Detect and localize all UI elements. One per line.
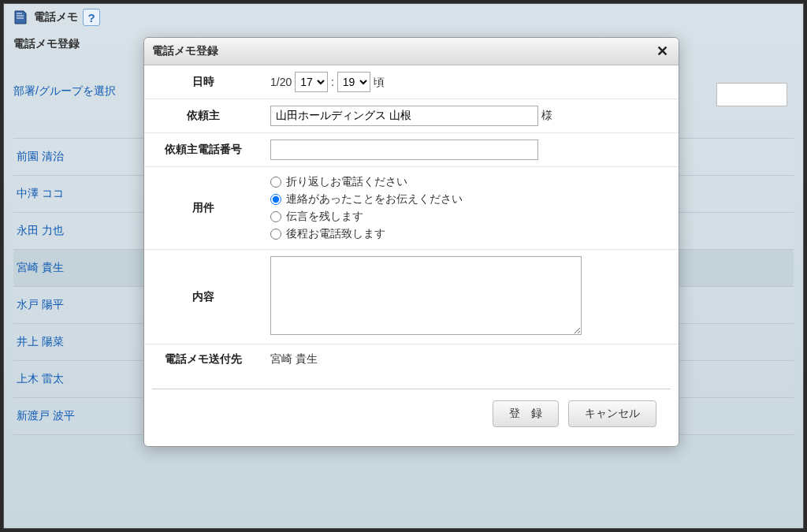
- subject-radio-relay[interactable]: [270, 194, 281, 205]
- content-textarea[interactable]: [270, 256, 582, 335]
- subject-option-1: 連絡があったことをお伝えください: [286, 192, 463, 206]
- help-icon[interactable]: ?: [83, 9, 100, 26]
- minute-select[interactable]: 19: [337, 72, 370, 92]
- hour-select[interactable]: 17: [295, 72, 328, 92]
- right-panel-input[interactable]: [716, 83, 787, 106]
- subject-option-3: 後程お電話致します: [286, 227, 385, 241]
- dialog-footer: 登 録 キャンセル: [152, 389, 671, 438]
- label-send-to: 電話メモ送付先: [144, 344, 262, 375]
- label-content: 内容: [144, 250, 262, 344]
- subject-radio-message[interactable]: [270, 211, 281, 222]
- subject-option-0: 折り返しお電話ください: [286, 175, 407, 189]
- client-suffix: 様: [541, 109, 552, 121]
- app-title: 電話メモ: [34, 10, 78, 24]
- send-to-value: 宮崎 貴生: [270, 352, 318, 365]
- client-input[interactable]: [270, 106, 538, 126]
- close-icon[interactable]: ✕: [653, 43, 671, 60]
- subject-option-2: 伝言を残します: [286, 210, 363, 224]
- label-client-phone: 依頼主電話番号: [144, 133, 262, 167]
- cancel-button[interactable]: キャンセル: [568, 400, 656, 427]
- register-button[interactable]: 登 録: [493, 400, 559, 427]
- subject-radio-later[interactable]: [270, 229, 281, 240]
- register-dialog: 電話メモ登録 ✕ 日時 1/20 17 : 19 頃 依頼主: [143, 37, 679, 447]
- dialog-body: 日時 1/20 17 : 19 頃 依頼主 様: [144, 65, 679, 374]
- dialog-titlebar[interactable]: 電話メモ登録 ✕: [144, 38, 679, 65]
- date-text: 1/20: [270, 76, 292, 88]
- subject-radio-callback[interactable]: [270, 177, 281, 188]
- client-phone-input[interactable]: [270, 140, 538, 160]
- time-colon: :: [331, 76, 334, 88]
- dialog-title: 電話メモ登録: [152, 44, 218, 58]
- label-client: 依頼主: [144, 99, 262, 133]
- label-datetime: 日時: [144, 65, 262, 99]
- label-subject: 用件: [144, 167, 262, 250]
- phone-memo-icon: [12, 9, 29, 26]
- datetime-suffix: 頃: [374, 76, 385, 88]
- app-header: 電話メモ ?: [4, 4, 803, 31]
